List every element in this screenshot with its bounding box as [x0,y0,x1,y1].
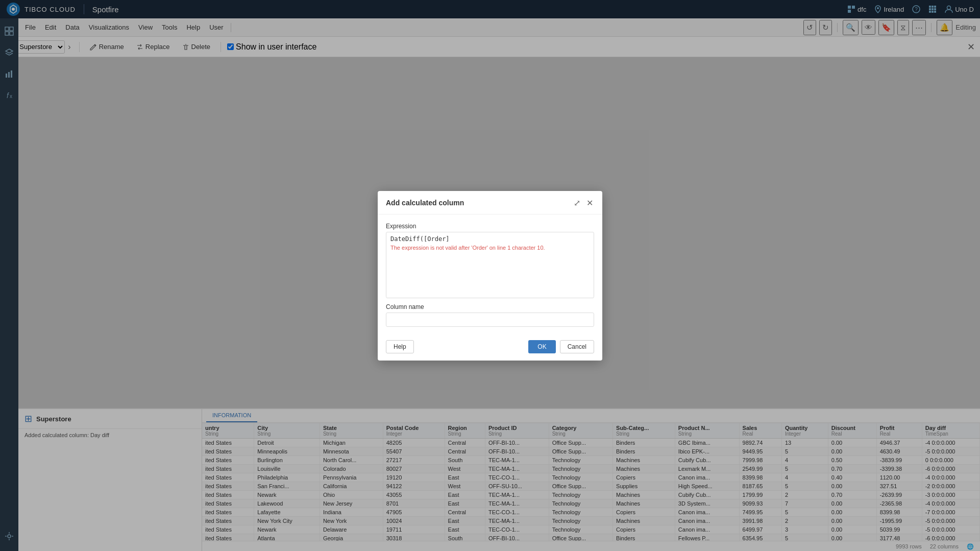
expression-box[interactable]: DateDiff([Order] The expression is not v… [386,232,594,298]
ok-button[interactable]: OK [528,340,555,353]
modal-overlay: Add calculated column ⤢ ✕ Expression Dat… [0,0,980,551]
cancel-button[interactable]: Cancel [560,340,594,353]
column-name-section: Column name [386,303,594,327]
modal-body: Expression DateDiff([Order] The expressi… [378,214,602,335]
expression-code: DateDiff([Order] [390,235,590,243]
expression-error: The expression is not valid after 'Order… [390,245,590,251]
column-name-label: Column name [386,303,594,310]
modal-title: Add calculated column [386,199,464,207]
modal-footer: Help OK Cancel [378,335,602,361]
expression-label: Expression [386,223,594,230]
column-name-input[interactable] [386,313,594,327]
modal-action-buttons: OK Cancel [528,340,594,353]
modal-close-button[interactable]: ✕ [585,197,594,209]
modal-header-icons: ⤢ ✕ [573,197,594,209]
modal-header: Add calculated column ⤢ ✕ [378,191,602,214]
add-calculated-column-modal: Add calculated column ⤢ ✕ Expression Dat… [378,191,602,361]
help-button[interactable]: Help [386,340,414,353]
modal-expand-button[interactable]: ⤢ [573,197,581,209]
